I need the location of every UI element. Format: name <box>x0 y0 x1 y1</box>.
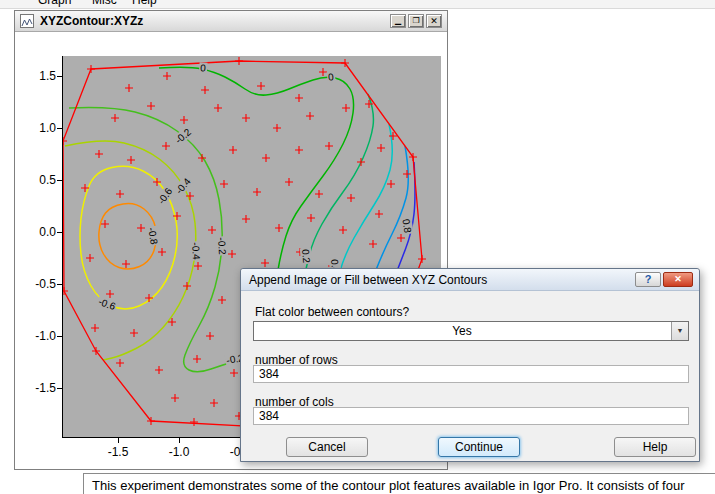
y-tick-label: -1.5 <box>19 381 56 395</box>
close-icon[interactable]: ✕ <box>663 272 693 287</box>
y-tick-label: 0.0 <box>19 225 56 239</box>
help-button[interactable]: Help <box>614 437 696 457</box>
flat-color-dropdown[interactable]: Yes ▼ <box>253 321 689 341</box>
y-tick-label: -0.5 <box>19 277 56 291</box>
y-tick-label: -1.0 <box>19 329 56 343</box>
dialog-title: Append Image or Fill between XYZ Contour… <box>249 273 487 287</box>
y-tick <box>57 336 62 337</box>
y-axis <box>62 56 63 438</box>
contour-line--0.6 <box>80 166 177 309</box>
x-tick-label: -1.0 <box>162 445 196 459</box>
y-tick-label: 0.5 <box>19 173 56 187</box>
x-tick-label: -1.5 <box>101 445 135 459</box>
y-tick-label: 1.5 <box>19 69 56 83</box>
question-mark-icon[interactable]: ? <box>635 272 661 287</box>
menu-item-help[interactable]: Help <box>132 0 157 7</box>
contour-line--0.8 <box>99 204 157 269</box>
dropdown-value: Yes <box>254 324 670 338</box>
cancel-button[interactable]: Cancel <box>286 437 368 457</box>
graph-window-icon <box>20 14 34 28</box>
x-tick <box>118 438 119 443</box>
graph-window-titlebar[interactable]: XYZContour:XYZz ▁ ❒ ✕ <box>15 11 447 32</box>
cols-input[interactable] <box>253 407 689 425</box>
dialog-titlebar[interactable]: Append Image or Fill between XYZ Contour… <box>241 269 699 291</box>
rows-input[interactable] <box>253 365 689 383</box>
close-icon[interactable]: ✕ <box>426 14 442 28</box>
graph-window-title: XYZContour:XYZz <box>40 14 143 28</box>
window-controls: ▁ ❒ ✕ <box>390 14 442 28</box>
flat-color-label: Flat color between contours? <box>255 305 409 319</box>
notebook-text: This experiment demonstrates some of the… <box>92 478 685 493</box>
menu-bar: Graph Misc Help <box>0 0 715 9</box>
workspace: { "menu": { "items": ["Graph", "Misc", "… <box>0 0 715 494</box>
y-tick-label: 1.0 <box>19 121 56 135</box>
menu-item-graph[interactable]: Graph <box>38 0 71 7</box>
append-image-dialog: Append Image or Fill between XYZ Contour… <box>240 268 700 462</box>
y-tick <box>57 232 62 233</box>
y-tick <box>57 128 62 129</box>
chevron-down-icon[interactable]: ▼ <box>671 322 688 340</box>
y-tick <box>57 76 62 77</box>
continue-button[interactable]: Continue <box>438 437 520 457</box>
y-tick <box>57 388 62 389</box>
y-tick <box>57 180 62 181</box>
dialog-controls: ? ✕ <box>635 272 693 287</box>
restore-icon[interactable]: ❒ <box>408 14 424 28</box>
menu-item-misc[interactable]: Misc <box>92 0 117 7</box>
y-tick <box>57 284 62 285</box>
notebook-window: This experiment demonstrates some of the… <box>83 473 715 494</box>
x-tick <box>179 438 180 443</box>
minimize-icon[interactable]: ▁ <box>390 14 406 28</box>
